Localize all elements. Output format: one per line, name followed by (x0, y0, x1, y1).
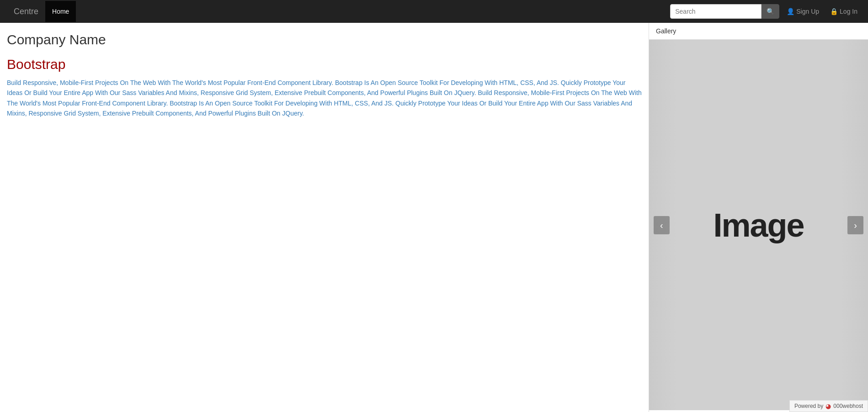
navbar-right: 🔍 👤 Sign Up 🔒 Log In (670, 4, 861, 19)
company-name: Company Name (7, 32, 642, 48)
navbar-home[interactable]: Home (45, 1, 76, 22)
description-text: Build Responsive, Mobile-First Projects … (7, 78, 642, 119)
footer-logo-icon: ◕ (825, 402, 831, 410)
content-area: Company Name Bootstrap Build Responsive,… (0, 23, 649, 412)
bootstrap-title: Bootstrap (7, 57, 642, 72)
footer-brand-name: 000webhost (833, 403, 863, 409)
login-label: Log In (840, 8, 857, 15)
navbar-left: Centre Home (7, 0, 76, 23)
carousel-prev-button[interactable]: ‹ (654, 216, 670, 234)
footer-bar: Powered by ◕ 000webhost (789, 400, 868, 412)
carousel-image-label: Image (713, 206, 804, 244)
search-form: 🔍 (670, 4, 779, 19)
gallery-carousel: ‹ Image › (649, 40, 868, 410)
main-container: Company Name Bootstrap Build Responsive,… (0, 23, 868, 412)
search-icon: 🔍 (767, 8, 774, 15)
search-input[interactable] (670, 4, 761, 19)
search-button[interactable]: 🔍 (761, 4, 779, 19)
login-link[interactable]: 🔒 Log In (826, 5, 861, 17)
gallery-header: Gallery (649, 23, 868, 40)
navbar-brand[interactable]: Centre (7, 0, 45, 23)
navbar: Centre Home 🔍 👤 Sign Up 🔒 Log In (0, 0, 868, 23)
login-icon: 🔒 (830, 8, 838, 15)
sidebar: Gallery ‹ Image › (649, 23, 868, 412)
signup-link[interactable]: 👤 Sign Up (783, 5, 823, 17)
user-icon: 👤 (787, 8, 794, 15)
carousel-next-button[interactable]: › (847, 216, 863, 234)
signup-label: Sign Up (796, 8, 819, 15)
powered-by-text: Powered by (794, 403, 823, 409)
